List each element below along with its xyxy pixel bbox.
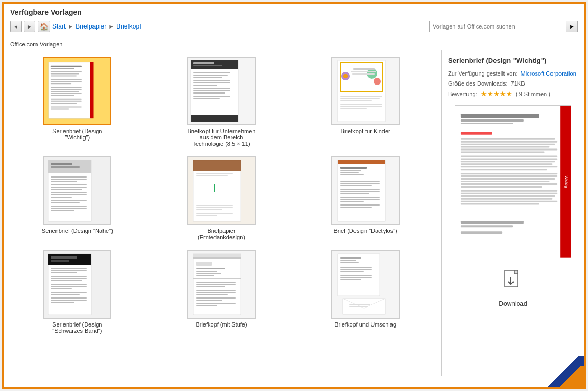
svg-rect-68 [51,200,87,201]
svg-rect-67 [51,197,72,198]
svg-rect-69 [51,202,80,203]
svg-rect-57 [51,163,72,165]
search-button[interactable]: ► [566,21,578,32]
svg-rect-168 [461,120,524,122]
svg-rect-181 [461,166,557,168]
template-thumb-6 [331,156,400,225]
preview-svg: Wichtig [455,106,571,258]
svg-rect-169 [461,123,513,124]
svg-rect-107 [340,204,380,206]
svg-rect-119 [51,280,82,281]
template-item[interactable]: Serienbrief (Design "Wichtig") [8,54,147,149]
template-item[interactable]: Briefkopf für Unternehmen aus dem Bereic… [152,54,291,149]
breadcrumb-briefpapier[interactable]: Briefpapier [76,23,106,30]
size-value: 71KB [511,80,525,87]
svg-rect-87 [196,209,222,210]
svg-rect-14 [51,93,82,94]
svg-rect-171 [461,138,555,140]
svg-rect-32 [193,85,217,86]
svg-rect-3 [51,66,82,67]
svg-rect-174 [461,146,549,148]
svg-rect-71 [51,208,87,209]
download-button[interactable]: Download [492,265,534,312]
svg-rect-123 [51,292,87,293]
svg-rect-29 [193,77,222,78]
detail-panel: Serienbrief (Design "Wichtig") Zur Verfü… [442,50,584,376]
svg-rect-26 [191,115,238,122]
svg-rect-194 [461,203,539,205]
template-item[interactable]: Briefkopf und Umschlag [296,248,435,336]
svg-rect-143 [196,294,228,295]
home-button[interactable]: 🏠 [38,21,50,32]
svg-rect-138 [196,282,236,283]
svg-rect-66 [51,194,87,196]
forward-button[interactable]: ► [24,21,35,32]
svg-rect-94 [340,170,361,171]
file-download-icon [502,270,524,294]
svg-rect-102 [340,191,380,192]
size-label: Größe des Downloads: [448,80,508,87]
template-item[interactable]: Briefkopf (mit Stufe) [152,248,291,336]
template-item[interactable]: Briefkopf für Kinder [296,54,435,149]
home-icon: 🏠 [40,23,49,31]
svg-rect-89 [196,215,217,216]
search-input[interactable] [429,21,566,32]
svg-rect-53 [340,108,367,109]
svg-rect-99 [340,183,380,184]
svg-rect-127 [51,302,74,303]
svg-point-44 [374,78,381,85]
provider-link[interactable]: Microsoft Corporation [521,70,576,77]
svg-rect-98 [340,181,380,182]
svg-rect-58 [51,166,80,168]
svg-rect-151 [340,260,356,261]
svg-rect-28 [193,75,228,76]
template-preview-7 [44,251,110,318]
svg-rect-192 [461,198,552,200]
svg-rect-112 [51,256,77,259]
breadcrumb-briefkopf[interactable]: Briefkopf [116,23,141,30]
svg-rect-51 [340,104,382,105]
svg-rect-65 [51,192,87,193]
download-label: Download [499,300,527,308]
app-window: Verfügbare Vorlagen ◄ ► 🏠 Start ► Briefp… [2,2,586,389]
svg-rect-103 [340,193,369,194]
svg-rect-100 [340,185,372,186]
svg-rect-9 [51,81,82,82]
svg-rect-72 [51,210,74,211]
breadcrumb-start[interactable]: Start [52,23,66,30]
template-thumb-9 [331,250,400,319]
svg-rect-31 [193,82,230,83]
svg-rect-83 [196,173,233,174]
svg-rect-191 [461,196,555,197]
svg-rect-12 [51,89,82,90]
svg-rect-155 [340,271,364,272]
svg-rect-7 [51,75,77,76]
provider-label: Zur Verfügung gestellt von: [448,70,517,77]
office-label: Office.com-Vorlagen [4,39,584,50]
template-item[interactable]: Serienbrief (Design "Nähe") [8,154,147,243]
template-item[interactable]: Brief (Design "Dactylos") [296,154,435,243]
template-thumb-2 [187,57,256,125]
svg-rect-115 [51,270,87,271]
svg-rect-61 [51,181,77,182]
svg-rect-19 [51,107,82,108]
toolbar: ◄ ► 🏠 Start ► Briefpapier ► Briefkopf ► [10,21,578,32]
template-item[interactable]: Serienbrief (Design "Schwarzes Band") [8,248,147,336]
template-preview-6 [332,157,399,224]
svg-rect-113 [51,260,69,262]
svg-rect-50 [340,100,372,101]
svg-rect-121 [51,286,87,287]
provider-row: Zur Verfügung gestellt von: Microsoft Co… [448,69,578,79]
main-layout: Serienbrief (Design "Wichtig") [4,50,584,376]
svg-rect-25 [193,65,222,66]
svg-rect-114 [51,268,87,269]
svg-rect-199 [505,270,514,275]
svg-rect-117 [51,276,87,277]
back-button[interactable]: ◄ [10,21,22,32]
svg-rect-105 [340,199,380,200]
svg-rect-34 [193,90,230,91]
template-item[interactable]: Briefpapier (Erntedankdesign) [152,154,291,243]
svg-rect-4 [51,68,74,69]
detail-title: Serienbrief (Design "Wichtig") [448,57,578,64]
template-preview-2 [188,58,255,124]
